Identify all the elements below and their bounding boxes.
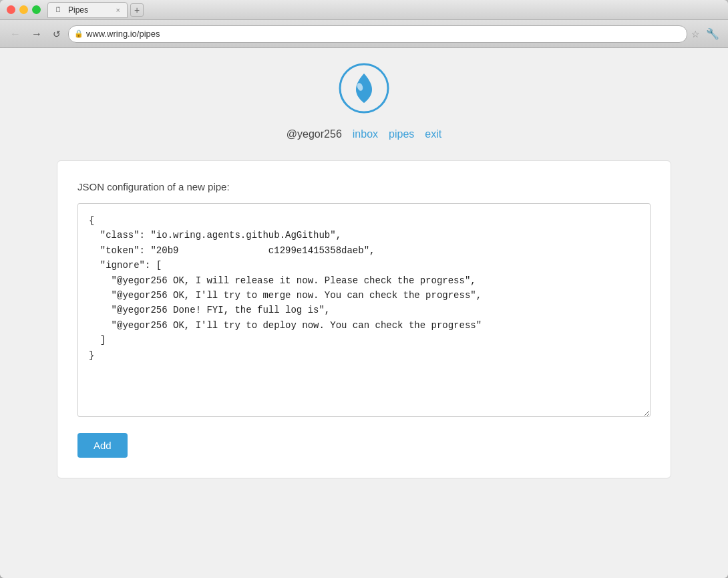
- nav-pipes-link[interactable]: pipes: [389, 128, 414, 140]
- browser-window: 🗒 Pipes × + ← → ↺ 🔒 ☆ 🔧: [0, 0, 728, 578]
- refresh-button[interactable]: ↺: [49, 27, 64, 41]
- site-logo: [337, 61, 391, 115]
- card-label: JSON configuration of a new pipe:: [77, 181, 651, 192]
- maximize-button[interactable]: [32, 5, 41, 14]
- tab-favicon-icon: 🗒: [55, 5, 64, 15]
- minimize-button[interactable]: [19, 5, 28, 14]
- back-button[interactable]: ←: [7, 25, 24, 43]
- active-tab[interactable]: 🗒 Pipes ×: [47, 2, 128, 18]
- window-controls: [7, 5, 41, 14]
- nav-links: @yegor256 inbox pipes exit: [287, 128, 441, 140]
- browser-titlebar: 🗒 Pipes × +: [0, 0, 728, 20]
- address-input[interactable]: [86, 29, 681, 39]
- logo-area: @yegor256 inbox pipes exit: [287, 61, 441, 140]
- nav-username: @yegor256: [287, 128, 342, 140]
- address-bar-container: 🔒: [68, 25, 687, 43]
- page-content: @yegor256 inbox pipes exit JSON configur…: [0, 48, 728, 578]
- close-button[interactable]: [7, 5, 15, 14]
- forward-button[interactable]: →: [28, 25, 45, 43]
- tab-close-icon[interactable]: ×: [116, 6, 120, 14]
- tools-button[interactable]: 🔧: [704, 25, 721, 43]
- add-button[interactable]: Add: [77, 433, 128, 458]
- main-card: JSON configuration of a new pipe: { "cla…: [57, 160, 671, 478]
- nav-inbox-link[interactable]: inbox: [353, 128, 378, 140]
- bookmark-button[interactable]: ☆: [691, 29, 700, 39]
- json-config-textarea[interactable]: { "class": "io.wring.agents.github.AgGit…: [77, 203, 651, 417]
- nav-exit-link[interactable]: exit: [425, 128, 441, 140]
- new-tab-button[interactable]: +: [130, 3, 144, 17]
- lock-icon: 🔒: [74, 29, 83, 38]
- tab-title: Pipes: [68, 5, 88, 15]
- tab-bar: 🗒 Pipes × +: [47, 2, 721, 18]
- browser-toolbar: ← → ↺ 🔒 ☆ 🔧: [0, 20, 728, 48]
